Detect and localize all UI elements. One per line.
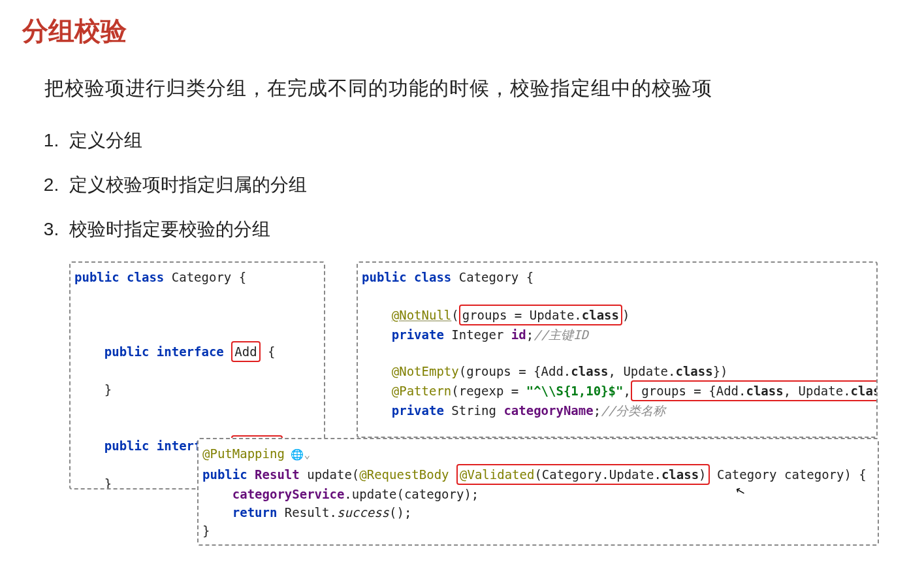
iface-add: Add — [234, 344, 257, 359]
ann-pattern: @Pattern — [392, 384, 452, 398]
brace: } — [104, 382, 112, 397]
cls-category: Category — [172, 270, 232, 284]
ann-putmapping: @PutMapping — [202, 446, 285, 461]
tail: (); — [389, 505, 411, 520]
kw-public: public — [104, 344, 150, 359]
comment-id: //主键ID — [534, 327, 588, 342]
regexp-label: regexp = — [459, 384, 526, 398]
groups-update-highlight: groups = Update.class — [459, 305, 622, 325]
kw-return: return — [232, 505, 278, 520]
ann-validated: @Validated — [460, 467, 534, 482]
subtitle-text: 把校验项进行归类分组，在完成不同的功能的时候，校验指定组中的校验项 — [44, 75, 924, 102]
kw-public: public — [362, 270, 407, 284]
cls-category: Category — [459, 270, 519, 284]
kw-public: public — [202, 467, 247, 482]
add-interface-highlight: Add — [231, 341, 260, 362]
groups-both-highlight: groups = {Add.class, Update.class} — [631, 380, 878, 401]
ann-requestbody: @RequestBody — [359, 467, 449, 482]
brace: { — [239, 270, 246, 284]
success-call: success — [337, 505, 389, 520]
method-update: update — [307, 467, 352, 482]
param-name: category — [784, 467, 844, 482]
svc-method: update — [352, 487, 397, 501]
steps-list: 定义分组 定义校验项时指定归属的分组 校验时指定要校验的分组 — [44, 128, 924, 242]
type-result: Result — [255, 467, 300, 482]
brace: } — [104, 476, 112, 490]
field-categoryname: categoryName — [503, 403, 593, 418]
validated-highlight: @Validated(Category.Update.class) — [456, 464, 710, 485]
param-type: Category — [717, 467, 777, 482]
code-box-controller: @PutMapping 🌐⌄ public Result update(@Req… — [197, 438, 879, 546]
ann-notempty: @NotEmpty — [392, 364, 459, 378]
kw-private: private — [392, 403, 444, 418]
field-id: id — [511, 327, 526, 342]
kw-public: public — [104, 439, 150, 453]
brace: } — [202, 523, 210, 538]
kw-class: class — [414, 270, 451, 284]
arg: category — [404, 487, 464, 501]
step-item: 定义校验项时指定归属的分组 — [64, 173, 924, 197]
kw-interface: interface — [157, 344, 224, 359]
step-item: 定义分组 — [64, 128, 924, 153]
step-item: 校验时指定要校验的分组 — [64, 217, 924, 242]
brace: { — [526, 270, 534, 284]
groups-eq: groups = — [462, 308, 530, 322]
brace: { — [268, 344, 275, 359]
ann-notnull: @NotNull — [392, 308, 452, 322]
type-string: String — [451, 403, 496, 418]
comment-name: //分类名称 — [601, 403, 665, 418]
kw-public: public — [74, 270, 119, 284]
kw-private: private — [392, 327, 444, 342]
svc-ref: categoryService — [232, 487, 345, 501]
type-integer: Integer — [451, 327, 503, 342]
kw-class: class — [127, 270, 164, 284]
gutter-icon: 🌐⌄ — [285, 446, 310, 464]
brace: { — [859, 467, 866, 482]
slide: 分组校验 把校验项进行归类分组，在完成不同的功能的时候，校验指定组中的校验项 定… — [0, 0, 924, 581]
page-title: 分组校验 — [22, 13, 924, 49]
result-ref: Result — [285, 505, 330, 520]
code-box-fields: public class Category { @NotNull(groups … — [357, 261, 878, 438]
regexp-value: "^\\S{1,10}$" — [526, 384, 624, 398]
